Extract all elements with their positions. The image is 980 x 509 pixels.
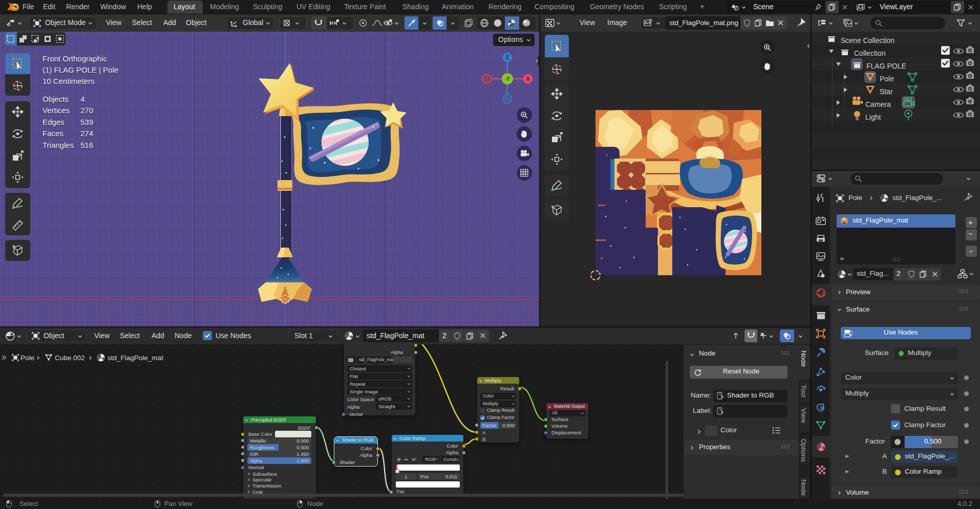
svg-text:-Y: -Y (505, 76, 510, 82)
svg-text:Z: Z (506, 55, 509, 60)
svg-text:X: X (526, 76, 530, 82)
